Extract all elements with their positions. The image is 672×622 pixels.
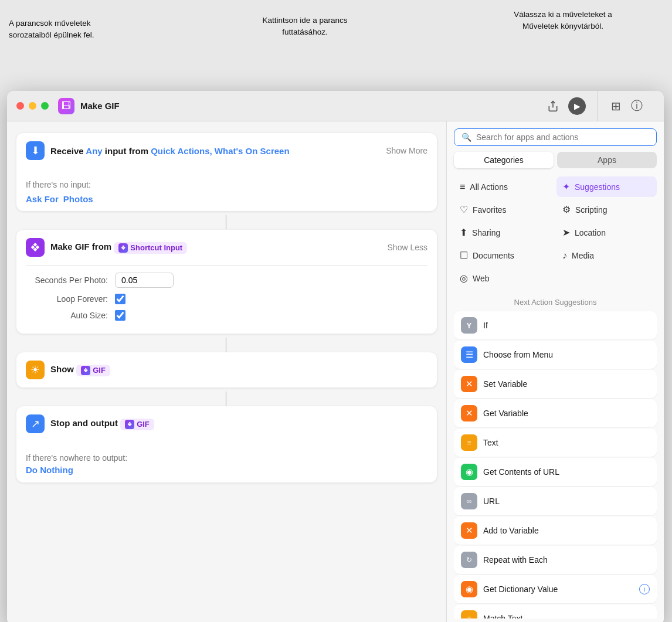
get-variable-icon: ✕: [461, 405, 477, 422]
cat-sharing[interactable]: ⬆ Sharing: [454, 222, 554, 243]
shortcut-input-badge[interactable]: ❖ Shortcut Input: [114, 242, 187, 254]
categories-grid: ≡ All Actions ✦ Suggestions ♡ Favorites …: [454, 176, 657, 288]
search-icon: 🔍: [461, 132, 471, 142]
right-titlebar-actions: ⊞ ⓘ: [598, 98, 654, 114]
list-item-add-variable[interactable]: ✕ Add to Variable: [454, 516, 657, 545]
cat-documents[interactable]: ☐ Documents: [454, 245, 554, 266]
cat-suggestions[interactable]: ✦ Suggestions: [556, 176, 657, 197]
text-icon: ≡: [461, 434, 477, 451]
list-item-get-variable[interactable]: ✕ Get Variable: [454, 399, 657, 427]
apps-tab[interactable]: Apps: [557, 152, 657, 168]
receive-icon: ⬇: [26, 141, 45, 160]
receive-header: ⬇ Receive Any input from Quick Actions, …: [16, 133, 437, 168]
media-label: Media: [572, 251, 594, 260]
cat-web[interactable]: ◎ Web: [454, 268, 554, 288]
get-dict-value-icon: ◉: [461, 581, 477, 597]
do-nothing-link[interactable]: Do Nothing: [26, 465, 73, 475]
list-item-get-contents-url[interactable]: ◉ Get Contents of URL: [454, 458, 657, 486]
list-item-choose-menu[interactable]: ☰ Choose from Menu: [454, 341, 657, 369]
annotation-2: Kattintson ide a parancs futtatásához.: [246, 15, 364, 39]
all-actions-label: All Actions: [470, 182, 508, 192]
show-more-button[interactable]: Show More: [386, 146, 427, 155]
show-header: ☀ Show ❖ GIF: [16, 352, 437, 388]
next-action-label: Next Action Suggestions: [454, 298, 657, 307]
info-button[interactable]: ⓘ: [629, 98, 645, 114]
photos-link[interactable]: Photos: [63, 194, 93, 204]
connector-3: │: [16, 392, 437, 404]
location-label: Location: [575, 228, 606, 237]
gif-badge-stop[interactable]: ❖ GIF: [120, 419, 154, 430]
share-icon: [547, 100, 559, 112]
titlebar-actions: ▶: [545, 97, 586, 115]
nowhere-output-label: If there's nowhere to output:: [26, 448, 427, 465]
cat-location[interactable]: ➤ Location: [556, 222, 657, 243]
if-label: If: [483, 321, 650, 330]
get-variable-label: Get Variable: [483, 409, 650, 418]
annotation-3: Válassza ki a műveleteket a Műveletek kö…: [504, 9, 622, 33]
list-item-if[interactable]: Y If: [454, 311, 657, 339]
maximize-button[interactable]: [41, 102, 49, 110]
loop-checkbox[interactable]: [115, 294, 125, 304]
list-item-set-variable[interactable]: ✕ Set Variable: [454, 370, 657, 398]
repeat-each-icon: ↻: [461, 552, 477, 568]
tab-group: Categories Apps: [454, 152, 657, 168]
text-label: Text: [483, 438, 650, 447]
seconds-input[interactable]: [115, 273, 174, 288]
workflow-panel: ⬇ Receive Any input from Quick Actions, …: [7, 121, 447, 622]
autosize-checkbox[interactable]: [115, 310, 125, 321]
web-icon: ◎: [460, 273, 468, 284]
list-item-url[interactable]: ∞ URL: [454, 487, 657, 515]
stop-body: If there's nowhere to output: Do Nothing: [16, 441, 437, 482]
cat-favorites[interactable]: ♡ Favorites: [454, 199, 554, 220]
get-dict-value-label: Get Dictionary Value: [483, 584, 633, 594]
library-button[interactable]: ⊞: [607, 98, 624, 114]
cat-all-actions[interactable]: ≡ All Actions: [454, 176, 554, 197]
play-icon: ▶: [574, 101, 581, 111]
share-button[interactable]: [545, 98, 561, 114]
make-gif-body: Seconds Per Photo: Loop Forever: Auto Si…: [16, 266, 437, 334]
search-input[interactable]: [476, 132, 649, 142]
seconds-label: Seconds Per Photo:: [26, 276, 108, 285]
suggestions-label: Suggestions: [575, 182, 620, 192]
close-button[interactable]: [16, 102, 24, 110]
web-label: Web: [473, 274, 490, 283]
list-item-get-dict-value[interactable]: ◉ Get Dictionary Value i: [454, 575, 657, 603]
choose-menu-label: Choose from Menu: [483, 350, 650, 359]
sharing-label: Sharing: [472, 228, 500, 237]
set-variable-icon: ✕: [461, 376, 477, 392]
traffic-lights: [16, 102, 49, 110]
gif-badge-show[interactable]: ❖ GIF: [76, 365, 110, 376]
get-contents-url-label: Get Contents of URL: [483, 467, 650, 477]
show-action: ☀ Show ❖ GIF: [16, 352, 437, 388]
info-icon: ⓘ: [631, 98, 643, 114]
make-gif-header: ❖ Make GIF from ❖ Shortcut Input Show Le…: [16, 230, 437, 265]
categories-tab[interactable]: Categories: [454, 152, 554, 168]
get-dict-value-info-btn[interactable]: i: [639, 584, 650, 594]
list-item-text[interactable]: ≡ Text: [454, 429, 657, 457]
stop-header: ↗ Stop and output ❖ GIF: [16, 406, 437, 441]
receive-action: ⬇ Receive Any input from Quick Actions, …: [16, 133, 437, 211]
autosize-label: Auto Size:: [26, 311, 108, 320]
show-label: Show: [50, 364, 76, 374]
play-button[interactable]: ▶: [568, 97, 586, 115]
show-less-button[interactable]: Show Less: [388, 243, 427, 252]
list-item-repeat-each[interactable]: ↻ Repeat with Each: [454, 546, 657, 574]
receive-any-link[interactable]: Any: [86, 146, 102, 156]
cat-media[interactable]: ♪ Media: [556, 245, 657, 266]
receive-sources-link[interactable]: Quick Actions, What's On Screen: [151, 146, 289, 156]
if-icon: Y: [461, 317, 477, 334]
list-item-match-text[interactable]: ≡ Match Text: [454, 604, 657, 618]
search-bar: 🔍: [454, 128, 657, 146]
app-icon: 🎞: [58, 98, 74, 114]
cat-scripting[interactable]: ⚙ Scripting: [556, 199, 657, 220]
annotation-1: A parancsok műveletek sorozataiból épüln…: [9, 18, 126, 42]
titlebar: 🎞 Make GIF ▶ ⊞ ⓘ: [7, 91, 664, 121]
stop-label: Stop and output: [50, 418, 120, 428]
ask-for-link[interactable]: Ask For: [26, 194, 59, 204]
minimize-button[interactable]: [29, 102, 36, 110]
all-actions-icon: ≡: [460, 182, 465, 192]
receive-label: Receive: [50, 146, 86, 156]
stop-output-action: ↗ Stop and output ❖ GIF If there's nowhe…: [16, 406, 437, 482]
seconds-per-photo-row: Seconds Per Photo:: [26, 273, 427, 288]
action-suggestions-list: Y If ☰ Choose from Menu ✕ Set Variable ✕…: [454, 311, 657, 618]
